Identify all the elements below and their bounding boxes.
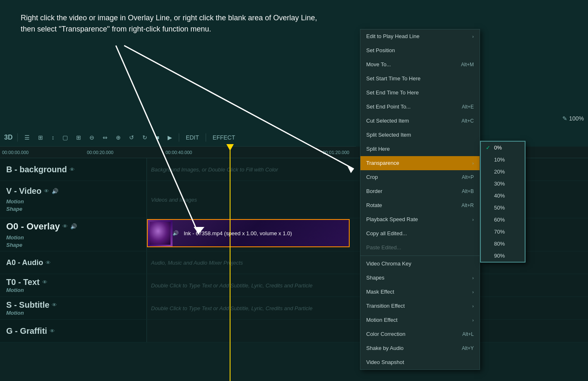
- overlay-video-clip[interactable]: 🔊 Ink - 67358.mp4 (speed x 1.00, volume …: [147, 219, 350, 247]
- submenu-item-80pct[interactable]: 80%: [481, 238, 525, 250]
- menu-item-set-start-time[interactable]: Set Start Time To Here: [360, 72, 480, 86]
- menu-item-move-to[interactable]: Move To... Alt+M: [360, 58, 480, 72]
- menu-label-set-position: Set Position: [366, 47, 395, 53]
- toolbar-zoom-out-icon[interactable]: ⊖: [88, 133, 96, 142]
- menu-item-copy-edited[interactable]: Copy all Edited...: [360, 227, 480, 241]
- track-row-subtitle: S - Subtitle 👁 Motion Double Click to Ty…: [0, 297, 588, 320]
- toolbar-grid-icon[interactable]: ⊞: [36, 133, 45, 142]
- menu-item-video-snapshot[interactable]: Video Snapshot: [360, 355, 480, 369]
- menu-arrow-transparence: ›: [472, 161, 474, 166]
- menu-item-transparence[interactable]: Transparence ›: [360, 156, 480, 170]
- playhead[interactable]: [230, 147, 230, 381]
- track-eye-icon-graffiti[interactable]: 👁: [50, 328, 55, 334]
- menu-item-border[interactable]: Border Alt+B: [360, 184, 480, 198]
- submenu-label-10pct: 10%: [494, 157, 505, 163]
- menu-label-video-chroma: Video Chroma Key: [366, 260, 411, 267]
- submenu-label-40pct: 40%: [494, 193, 505, 199]
- toolbar-redo-icon[interactable]: ↻: [141, 133, 149, 142]
- menu-label-set-end-time: Set End Time To Here: [366, 89, 419, 96]
- menu-shortcut-crop: Alt+P: [462, 174, 474, 180]
- menu-arrow-mask-effect: ›: [472, 289, 474, 294]
- track-row-graffiti: G - Graffiti 👁: [0, 320, 588, 342]
- menu-item-edit-play-head[interactable]: Edit to Play Head Line ›: [360, 29, 480, 43]
- menu-item-set-position[interactable]: Set Position: [360, 43, 480, 58]
- track-audio-icon-overlay[interactable]: 🔊: [70, 223, 77, 229]
- track-eye-icon-video[interactable]: 👁: [44, 188, 49, 194]
- toolbar-effects-label[interactable]: EFFECT: [211, 133, 237, 142]
- track-row-text: T0 - Text 👁 Motion Double Click to Type …: [0, 274, 588, 297]
- menu-label-transition-effect: Transition Effect: [366, 303, 405, 309]
- toolbar-edit-label[interactable]: EDIT: [184, 133, 201, 142]
- toolbar-fit-icon[interactable]: ⇔: [101, 133, 109, 142]
- menu-item-shapes[interactable]: Shapes ›: [360, 271, 480, 285]
- menu-item-color-correction[interactable]: Color Correction Alt+L: [360, 327, 480, 341]
- menu-arrow-edit-play-head: ›: [472, 34, 474, 39]
- toolbar-play-icon[interactable]: ▶: [166, 133, 174, 142]
- submenu-item-10pct[interactable]: 10%: [481, 154, 525, 166]
- menu-item-shake-audio[interactable]: Shake by Audio Alt+Y: [360, 341, 480, 355]
- track-eye-icon-overlay[interactable]: 👁: [62, 223, 68, 229]
- menu-item-playback-speed[interactable]: Playback Speed Rate ›: [360, 212, 480, 227]
- menu-item-mask-effect[interactable]: Mask Effect ›: [360, 285, 480, 299]
- toolbar-divider-1: [17, 133, 18, 142]
- track-label-video: V - Video 👁 🔊 Motion Shape: [0, 181, 147, 218]
- submenu-label-50pct: 50%: [494, 205, 505, 211]
- track-eye-icon-audio[interactable]: 👁: [46, 260, 51, 266]
- menu-label-split-selected: Split Selected Item: [366, 132, 411, 138]
- instruction-line1: Right click the video or image in Overla…: [21, 12, 317, 24]
- menu-item-video-chroma[interactable]: Video Chroma Key: [360, 257, 480, 271]
- time-marker-2: 00:00:40.000: [166, 150, 192, 155]
- instruction-line2: then select "Transparence" from right-cl…: [21, 24, 317, 35]
- track-content-text-background: Background Images, or Double Click to Fi…: [151, 166, 278, 173]
- menu-item-transition-effect[interactable]: Transition Effect ›: [360, 299, 480, 313]
- toolbar-frame-icon[interactable]: ▢: [61, 133, 70, 142]
- context-menu: Edit to Play Head Line › Set Position Mo…: [360, 29, 480, 370]
- toolbar-list-icon[interactable]: ☰: [23, 133, 31, 142]
- toolbar-undo-icon[interactable]: ↺: [127, 133, 136, 142]
- toolbar-split-icon[interactable]: ⊞: [74, 133, 83, 142]
- menu-label-border: Border: [366, 188, 382, 194]
- track-name-text: T0 - Text: [6, 277, 40, 287]
- menu-item-motion-effect[interactable]: Motion Effect ›: [360, 313, 480, 327]
- menu-item-crop[interactable]: Crop Alt+P: [360, 170, 480, 184]
- menu-item-set-end-point[interactable]: Set End Point To... Alt+E: [360, 100, 480, 114]
- menu-item-rotate[interactable]: Rotate Alt+R: [360, 198, 480, 212]
- track-name-row-audio: A0 - Audio 👁: [6, 258, 140, 267]
- submenu-item-0pct[interactable]: ✓ 0%: [481, 142, 525, 154]
- track-label-subtitle: S - Subtitle 👁 Motion: [0, 297, 147, 319]
- submenu-item-70pct[interactable]: 70%: [481, 226, 525, 238]
- toolbar-divider-3: [206, 133, 206, 142]
- track-label-graffiti: G - Graffiti 👁: [0, 320, 147, 342]
- toolbar-3d-label[interactable]: 3D: [4, 134, 12, 141]
- submenu-item-50pct[interactable]: 50%: [481, 202, 525, 214]
- menu-label-shapes: Shapes: [366, 275, 384, 281]
- menu-item-set-end-time[interactable]: Set End Time To Here: [360, 86, 480, 100]
- submenu-item-40pct[interactable]: 40%: [481, 190, 525, 202]
- submenu-item-60pct[interactable]: 60%: [481, 214, 525, 226]
- menu-label-set-end-point: Set End Point To...: [366, 104, 410, 110]
- track-eye-icon-text[interactable]: 👁: [42, 279, 48, 285]
- track-eye-icon-background[interactable]: 👁: [70, 166, 75, 173]
- menu-item-split-selected[interactable]: Split Selected Item: [360, 128, 480, 142]
- track-name-subtitle: S - Subtitle: [6, 300, 49, 310]
- menu-item-split-here[interactable]: Split Here: [360, 142, 480, 156]
- transparence-submenu: ✓ 0% 10% 20% 30% 40% 50% 60% 70% 80% 90%: [480, 141, 526, 263]
- toolbar-stop-icon[interactable]: ■: [154, 133, 161, 142]
- submenu-item-20pct[interactable]: 20%: [481, 166, 525, 178]
- toolbar-sort-icon[interactable]: ↕: [50, 133, 56, 142]
- submenu-item-90pct[interactable]: 90%: [481, 250, 525, 262]
- menu-separator-1: [360, 256, 480, 256]
- menu-shortcut-shake-audio: Alt+Y: [462, 345, 474, 351]
- track-name-row-background: B - background 👁: [6, 165, 140, 174]
- submenu-label-0pct: 0%: [494, 145, 502, 151]
- toolbar-zoom-in-icon[interactable]: ⊕: [114, 133, 122, 142]
- menu-item-cut-selected[interactable]: Cut Selected Item Alt+C: [360, 114, 480, 128]
- track-name-row-video: V - Video 👁 🔊: [6, 186, 140, 196]
- timeline-toolbar: 3D ☰ ⊞ ↕ ▢ ⊞ ⊖ ⇔ ⊕ ↺ ↻ ■ ▶ EDIT EFFECT: [0, 128, 356, 147]
- track-name-graffiti: G - Graffiti: [6, 326, 47, 336]
- track-eye-icon-subtitle[interactable]: 👁: [52, 302, 57, 308]
- track-name-row-subtitle: S - Subtitle 👁: [6, 300, 140, 310]
- track-audio-icon-video[interactable]: 🔊: [52, 188, 58, 194]
- track-name-row-overlay: O0 - Overlay 👁 🔊: [6, 221, 140, 232]
- submenu-item-30pct[interactable]: 30%: [481, 178, 525, 190]
